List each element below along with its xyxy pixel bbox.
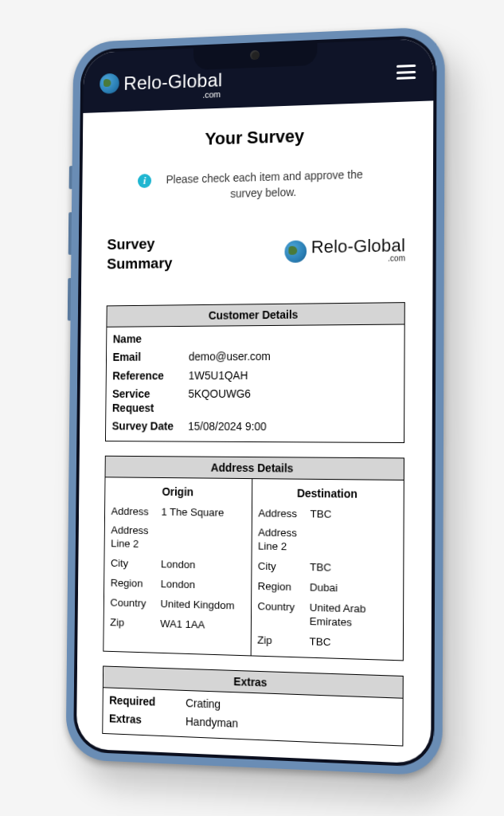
globe-icon — [284, 240, 307, 262]
address-details-heading: Address Details — [105, 456, 403, 480]
summary-brand-name: Relo-Global — [311, 237, 405, 256]
address-row-label: Address Line 2 — [257, 527, 309, 555]
menu-icon[interactable] — [396, 65, 415, 80]
address-row-label: Address — [258, 507, 310, 521]
address-row: CountryUnited Arab Emirates — [257, 597, 397, 634]
address-row-value: Dubai — [309, 581, 396, 597]
table-row: Service Request5KQOUWG6 — [111, 385, 397, 418]
address-row: AddressTBC — [258, 504, 397, 526]
address-row: ZipWA1 1AA — [110, 613, 244, 637]
globe-icon — [100, 73, 119, 94]
info-banner: i Please check each item and approve the… — [107, 166, 406, 205]
address-row-label: Region — [257, 580, 309, 595]
destination-heading: Destination — [258, 482, 397, 505]
row-label: Extras — [108, 712, 185, 728]
row-label: Email — [112, 351, 188, 365]
phone-notch — [193, 40, 317, 70]
phone-mockup: Relo-Global .com Your Survey i Please ch… — [65, 26, 444, 776]
address-row-label: Country — [110, 596, 160, 610]
page-content: Your Survey i Please check each item and… — [76, 100, 432, 763]
address-row-value: United Arab Emirates — [309, 602, 396, 631]
address-row-value: WA1 1AA — [160, 618, 244, 634]
origin-column: Origin Address1 The SquareAddress Line 2… — [104, 477, 252, 655]
row-value: 1W5U1QAH — [188, 368, 397, 382]
summary-title-line1: Survey — [107, 235, 154, 253]
address-row: CityLondon — [110, 554, 244, 576]
table-row: Emaildemo@user.com — [112, 347, 397, 367]
row-label: Survey Date — [111, 420, 188, 434]
brand-logo[interactable]: Relo-Global .com — [100, 69, 222, 104]
address-row-value: TBC — [310, 508, 397, 523]
address-row-label: Address Line 2 — [111, 524, 161, 552]
table-row: Survey Date15/08/2024 9:00 — [111, 418, 397, 437]
address-row-label: City — [257, 560, 309, 575]
address-details-table: Address Details Origin Address1 The Squa… — [103, 455, 404, 661]
address-row-label: Region — [110, 577, 160, 591]
address-row: Address Line 2 — [257, 524, 397, 559]
customer-details-heading: Customer Details — [107, 303, 404, 328]
page-title: Your Survey — [107, 123, 405, 153]
address-row-value: London — [160, 578, 244, 593]
summary-title: Survey Summary — [107, 234, 173, 274]
address-row-label: Address — [111, 504, 161, 519]
address-row-label: Zip — [110, 616, 160, 631]
address-row-value: United Kingdom — [160, 598, 244, 614]
origin-rows: Address1 The SquareAddress Line 2CityLon… — [110, 502, 245, 637]
row-label: Name — [112, 332, 188, 346]
destination-rows: AddressTBCAddress Line 2CityTBCRegionDub… — [257, 504, 397, 655]
origin-heading: Origin — [111, 481, 244, 504]
address-row-value: TBC — [309, 635, 396, 651]
address-row: Address1 The Square — [111, 502, 244, 524]
customer-details-table: Customer Details NameEmaildemo@user.comR… — [104, 302, 404, 443]
summary-brand: Relo-Global .com — [284, 237, 405, 265]
row-value: 5KQOUWG6 — [188, 387, 397, 402]
row-label: Service Request — [111, 387, 188, 415]
address-row-value — [310, 528, 397, 529]
row-value — [189, 330, 397, 332]
address-row: Address Line 2 — [111, 521, 244, 556]
address-row-label: Country — [257, 600, 309, 615]
destination-column: Destination AddressTBCAddress Line 2City… — [251, 479, 404, 660]
address-row-value: London — [160, 558, 244, 573]
summary-title-line2: Summary — [107, 254, 172, 272]
info-text: Please check each item and approve the s… — [155, 167, 373, 203]
address-row-label: City — [110, 557, 160, 571]
address-row-value — [161, 525, 244, 527]
table-row: Reference1W5U1QAH — [112, 366, 397, 385]
extras-table: Extras RequiredCratingExtrasHandyman — [102, 665, 403, 746]
table-row: Name — [112, 328, 397, 348]
address-row-label: Zip — [257, 634, 309, 649]
customer-details-body: NameEmaildemo@user.comReference1W5U1QAHS… — [105, 324, 404, 441]
address-row-value: TBC — [310, 561, 397, 576]
summary-header: Survey Summary Relo-Global .com — [107, 230, 405, 274]
screen: Relo-Global .com Your Survey i Please ch… — [76, 38, 433, 764]
row-label: Required — [109, 693, 186, 710]
extras-body: RequiredCratingExtrasHandyman — [103, 688, 402, 745]
address-row-value: 1 The Square — [161, 505, 244, 520]
row-value: 15/08/2024 9:00 — [188, 420, 397, 435]
address-row: ZipTBC — [257, 630, 397, 654]
row-value: demo@user.com — [188, 349, 397, 364]
row-label: Reference — [112, 369, 189, 383]
address-row: CityTBC — [257, 557, 397, 580]
info-icon: i — [137, 174, 150, 188]
